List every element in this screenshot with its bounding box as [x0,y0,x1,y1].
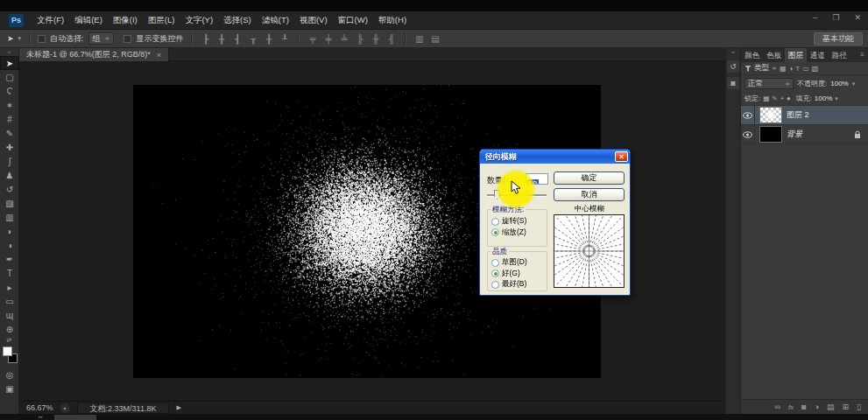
radio-good[interactable]: 好(G) [488,269,547,280]
layer-row-background[interactable]: 背景 [741,125,868,144]
pixel-layers-filter-icon[interactable]: ▦ [780,65,787,73]
tab-channels[interactable]: 通道 [807,48,829,62]
swap-colors-icon[interactable]: ⇄ [0,336,18,345]
fill-value[interactable]: 100% [815,94,832,102]
distribute-v-center-icon[interactable]: ╪ [322,34,334,44]
distribute-right-icon[interactable]: ╢ [385,34,397,44]
document-tab[interactable]: 未标题-1 @ 66.7%(图层 2, RGB/8)* × [19,48,169,61]
filter-funnel-icon[interactable] [745,66,752,72]
visibility-cell[interactable] [741,106,755,125]
fill-caret-icon[interactable]: ▾ [835,95,838,102]
minimize-icon[interactable]: – [813,13,817,22]
type-layers-filter-icon[interactable]: T [795,65,800,73]
distribute-left-icon[interactable]: ╟ [354,34,365,44]
dialog-title-bar[interactable]: 径向模糊 [480,150,630,164]
ok-button[interactable]: 确定 [554,172,625,185]
smart-object-filter-icon[interactable]: ▧ [812,65,819,73]
menu-filter[interactable]: 滤镜(T) [257,11,294,29]
lock-pixels-icon[interactable]: ✎ [772,94,777,102]
menu-layer[interactable]: 图层(L) [143,11,180,29]
lock-position-icon[interactable]: + [780,94,784,102]
dialog-close-icon[interactable]: ✕ [615,151,628,162]
tab-close-icon[interactable]: × [157,51,161,60]
quick-mask-button[interactable]: ◎ [0,368,19,382]
tab-swatches[interactable]: 色板 [763,48,785,62]
marquee-tool[interactable]: ▢ [0,70,19,84]
menu-type[interactable]: 文字(Y) [180,11,218,29]
type-tool[interactable]: T [0,266,19,280]
path-selection-tool[interactable]: ▸ [0,280,19,294]
blend-mode-dropdown[interactable]: 正常 ≑ [745,78,794,89]
zoom-tool[interactable]: ⊕ [0,322,19,336]
status-arrow-icon[interactable]: ▶ [176,404,180,411]
status-popup-icon[interactable]: ▾ [60,403,70,413]
pen-tool[interactable]: ✒ [0,252,19,266]
layer-row-layer2[interactable]: 图层 2 [741,106,868,125]
blur-center-preview[interactable] [554,214,625,288]
layer-mask-icon[interactable]: ◙ [801,402,806,411]
menu-help[interactable]: 帮助(H) [373,11,412,29]
layer-group-icon[interactable]: ▤ [827,402,835,411]
properties-panel-icon[interactable]: ◙ [727,77,739,89]
lock-transparent-icon[interactable]: ▦ [763,94,769,102]
move-tool[interactable]: ➤ [0,56,19,70]
restore-icon[interactable]: ❐ [832,13,839,22]
menu-edit[interactable]: 编辑(E) [69,11,108,29]
delete-layer-icon[interactable]: ▯ [857,402,861,411]
align-h-center-icon[interactable]: ╂ [215,34,227,44]
brush-tool[interactable]: ʃ [0,154,19,168]
dodge-tool[interactable]: ◑ [0,238,19,252]
radio-zoom[interactable]: 缩放(Z) [488,228,547,239]
align-top-icon[interactable]: ┰ [247,34,258,44]
tab-layers[interactable]: 图层 [785,48,807,62]
foreground-color-swatch[interactable] [3,346,12,356]
opacity-value[interactable]: 100% [830,80,848,88]
clone-stamp-tool[interactable]: ♟ [0,168,19,182]
layer-thumbnail[interactable] [759,107,782,123]
lasso-tool[interactable]: Ϛ [0,84,19,98]
show-transform-checkbox[interactable] [123,35,131,43]
radio-spin[interactable]: 旋转(S) [488,216,547,228]
tool-preset-caret-icon[interactable]: ▾ [18,35,22,42]
rail-collapse-icon[interactable]: ‹‹ [726,48,740,56]
quick-selection-tool[interactable]: ✶ [0,98,19,112]
new-layer-icon[interactable]: ⊞ [843,402,850,411]
blur-tool[interactable]: ◗ [0,224,19,238]
shape-tool[interactable]: ▭ [0,294,19,308]
panel-menu-icon[interactable]: ≡ [860,48,868,62]
auto-align-icon[interactable]: ▥ [413,34,425,44]
auto-select-checkbox[interactable] [38,35,46,43]
auto-select-dropdown[interactable]: 组 ≑ [88,32,115,45]
tab-color[interactable]: 颜色 [741,48,763,62]
visibility-cell[interactable] [741,125,755,144]
shape-layers-filter-icon[interactable]: ▭ [802,65,809,73]
menu-window[interactable]: 窗口(W) [333,11,373,29]
gradient-tool[interactable]: ▥ [0,210,19,224]
layer-name[interactable]: 背景 [787,129,802,140]
lock-all-icon[interactable]: ● [787,94,791,102]
distribute-h-center-icon[interactable]: ╫ [370,34,381,44]
tab-paths[interactable]: 路径 [829,48,850,62]
workspace-switcher-button[interactable]: 基本功能 [814,32,863,46]
adjustment-layer-icon[interactable]: ◑ [815,402,819,411]
cancel-button[interactable]: 取消 [554,188,625,201]
layer-effects-icon[interactable]: fx [788,403,794,411]
eyedropper-tool[interactable]: ✎ [0,126,19,140]
toolbar-collapse-icon[interactable]: ›› [0,48,18,56]
crop-tool[interactable]: # [0,112,19,126]
distribute-bottom-icon[interactable]: ╧ [338,34,349,44]
adjustment-layers-filter-icon[interactable]: ◑ [788,65,793,73]
move-tool-icon[interactable]: ➤ [7,34,14,43]
link-layers-icon[interactable]: ∞ [774,402,780,411]
eraser-tool[interactable]: ▨ [0,196,19,210]
history-brush-tool[interactable]: ↺ [0,182,19,196]
zoom-level[interactable]: 66.67% [26,403,53,412]
layer-name[interactable]: 图层 2 [787,109,809,121]
auto-blend-icon[interactable]: ▤ [429,34,441,44]
hand-tool[interactable]: ɰ [0,308,19,322]
screen-mode-button[interactable]: ▣ [0,382,19,396]
healing-brush-tool[interactable]: ✚ [0,140,19,154]
align-v-center-icon[interactable]: ╂ [263,34,274,44]
distribute-top-icon[interactable]: ╤ [307,34,318,44]
menu-file[interactable]: 文件(F) [32,11,69,29]
